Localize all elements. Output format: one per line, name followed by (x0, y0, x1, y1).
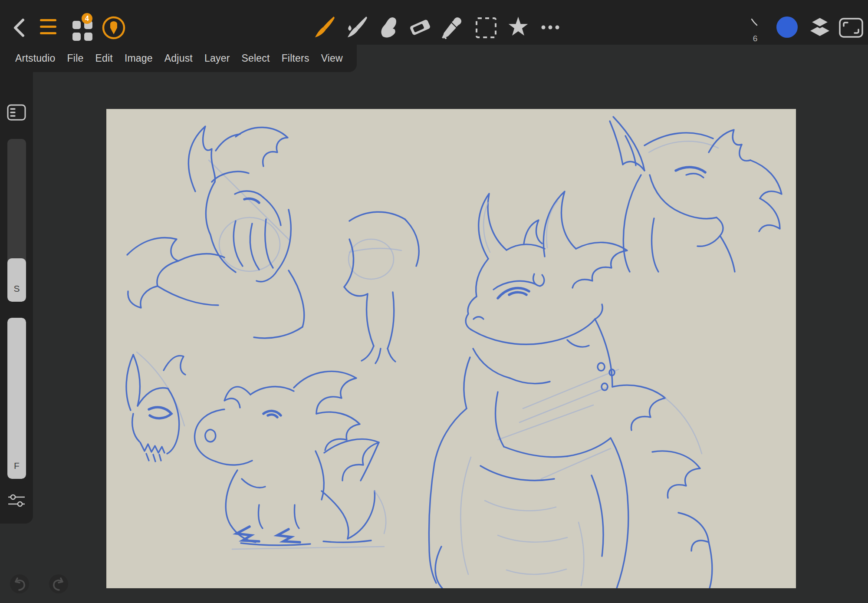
marquee-selection-icon (474, 16, 498, 40)
redo-icon (51, 577, 66, 591)
paint-tool-button[interactable] (312, 14, 337, 41)
brush-size-slider-fill (7, 258, 26, 302)
back-button[interactable] (10, 17, 29, 38)
notification-badge: 4 (82, 13, 92, 24)
paintbrush-icon (312, 15, 336, 40)
brush-size-slider-label: S (7, 283, 26, 294)
select-tool-button[interactable] (474, 16, 498, 40)
undo-icon (12, 577, 27, 591)
canvas-artwork (106, 109, 796, 588)
eyedropper-tool-button[interactable] (440, 14, 465, 41)
panel-list-icon (7, 104, 26, 121)
menu-select[interactable]: Select (242, 53, 270, 64)
smudge-tool-button[interactable] (376, 14, 401, 41)
redo-button[interactable] (49, 574, 68, 593)
pen-circle-icon (102, 16, 126, 40)
brush-flow-slider-fill (7, 318, 26, 479)
panel-toggle-button[interactable] (6, 103, 27, 122)
tool-options-sidebar: S F (0, 72, 33, 524)
sketch-head-profile (610, 117, 782, 272)
gallery-button[interactable] (72, 21, 92, 41)
eraser-icon (408, 15, 433, 40)
menu-image[interactable]: Image (125, 53, 153, 64)
menu-edit[interactable]: Edit (95, 53, 112, 64)
color-swatch-button[interactable] (776, 16, 798, 38)
chevron-left-icon (12, 18, 26, 38)
tune-sliders-icon (7, 493, 26, 508)
sketch-dragon-bust (127, 126, 304, 338)
eraser-tool-button[interactable] (407, 15, 433, 40)
sketch-arm-study (344, 212, 419, 363)
sketch-big-dragon (429, 191, 712, 588)
brush-flow-slider[interactable]: F (7, 318, 26, 479)
sketch-chibi-dragon (194, 371, 386, 549)
more-tools-button[interactable] (538, 22, 562, 33)
menu-adjust[interactable]: Adjust (164, 53, 193, 64)
hamburger-icon (40, 19, 56, 36)
brush-flow-slider-label: F (7, 461, 26, 471)
menu-filters[interactable]: Filters (282, 53, 309, 64)
pressure-pen-button[interactable] (102, 16, 126, 40)
menu-bar: Artstudio File Edit Image Adjust Layer S… (0, 45, 357, 72)
ellipsis-icon (539, 24, 562, 31)
wet-brush-icon (344, 15, 368, 40)
menu-layer[interactable]: Layer (204, 53, 230, 64)
top-toolbar: 4 (0, 0, 868, 45)
star-icon (506, 15, 531, 40)
menu-view[interactable]: View (321, 53, 343, 64)
brush-size-value: 6 (747, 34, 763, 43)
layers-button[interactable] (806, 15, 833, 39)
sketch-dragon-skull (126, 352, 185, 461)
grid-icon (72, 21, 92, 41)
main-menu-button[interactable] (40, 19, 56, 36)
smudge-finger-icon (377, 15, 400, 40)
menu-file[interactable]: File (67, 53, 84, 64)
undo-button[interactable] (10, 574, 29, 593)
favorites-tool-button[interactable] (505, 14, 531, 41)
drawing-canvas[interactable] (106, 109, 796, 588)
brush-size-slider[interactable]: S (7, 139, 26, 302)
wet-paint-tool-button[interactable] (344, 14, 369, 41)
fullscreen-button[interactable] (838, 16, 865, 39)
eyedropper-icon (441, 15, 464, 40)
menu-artstudio[interactable]: Artstudio (15, 53, 56, 64)
fullscreen-frame-icon (838, 17, 864, 39)
brush-settings-button[interactable] (6, 491, 27, 510)
layers-icon (807, 15, 833, 39)
brush-stroke-preview (750, 18, 758, 28)
